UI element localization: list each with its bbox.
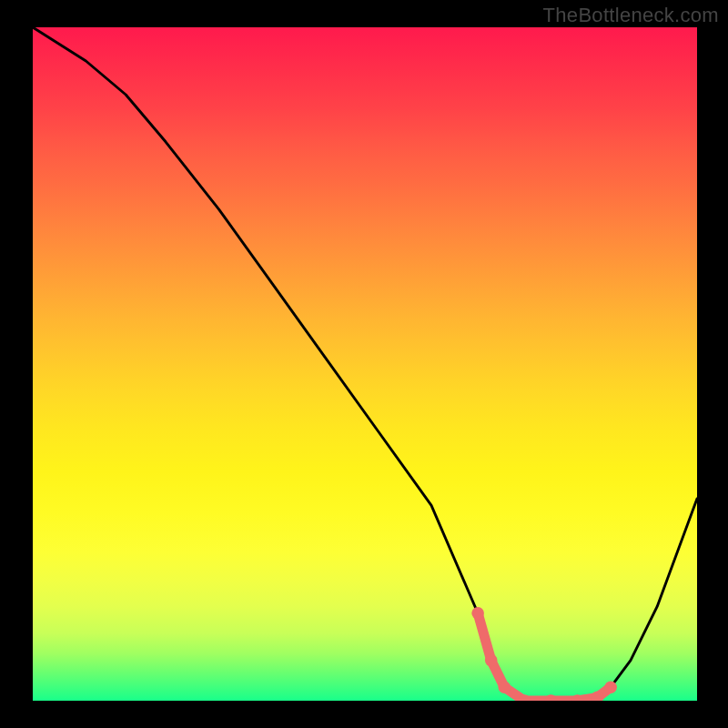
- highlight-segment: [478, 613, 611, 701]
- highlight-dot: [604, 681, 617, 693]
- highlight-dot: [499, 681, 511, 693]
- watermark-text: TheBottleneck.com: [543, 4, 719, 27]
- main-curve: [33, 27, 697, 701]
- highlight-dot: [518, 694, 531, 701]
- highlight-dot: [471, 607, 484, 620]
- highlight-dot: [592, 692, 604, 702]
- highlight-dots: [471, 607, 617, 701]
- chart-plot-area: [33, 27, 697, 701]
- highlight-dot: [571, 694, 584, 701]
- chart-svg: [33, 27, 697, 701]
- highlight-dot: [545, 694, 558, 701]
- highlight-dot: [485, 654, 498, 667]
